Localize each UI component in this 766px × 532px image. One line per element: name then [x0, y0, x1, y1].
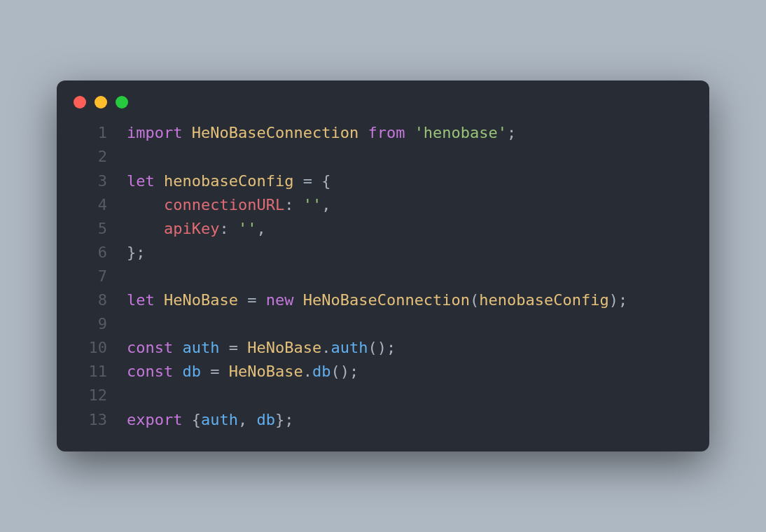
- code-line[interactable]: 3let henobaseConfig = {: [74, 169, 692, 193]
- code-token: let: [127, 172, 164, 190]
- window-titlebar: [57, 80, 709, 121]
- code-token: '': [238, 220, 257, 237]
- line-number: 12: [74, 384, 107, 407]
- code-area[interactable]: 1import HeNoBaseConnection from 'henobas…: [57, 121, 709, 431]
- code-line[interactable]: 13export {auth, db};: [74, 408, 692, 432]
- code-token: from: [368, 124, 414, 141]
- line-content: [127, 384, 136, 407]
- close-icon[interactable]: [74, 96, 86, 108]
- line-number: 1: [74, 121, 107, 145]
- line-content: let henobaseConfig = {: [127, 169, 330, 193]
- line-content: const auth = HeNoBase.auth();: [127, 336, 396, 360]
- code-token: HeNoBase: [247, 339, 321, 356]
- line-number: 10: [74, 336, 107, 360]
- code-token: connectionURL: [164, 196, 284, 214]
- line-content: [127, 265, 136, 288]
- code-token: const: [127, 363, 182, 380]
- code-token: };: [127, 244, 146, 261]
- code-line[interactable]: 7: [74, 265, 692, 288]
- line-number: 5: [74, 217, 107, 241]
- code-line[interactable]: 1import HeNoBaseConnection from 'henobas…: [74, 121, 692, 145]
- code-line[interactable]: 5 apiKey: '',: [74, 217, 692, 241]
- code-token: :: [219, 220, 238, 237]
- code-token: (: [470, 291, 479, 309]
- line-number: 13: [74, 408, 107, 432]
- line-content: connectionURL: '',: [127, 193, 330, 217]
- code-token: 'henobase': [415, 124, 507, 141]
- code-token: db: [256, 411, 275, 428]
- line-number: 11: [74, 360, 107, 384]
- line-number: 8: [74, 288, 107, 312]
- code-token: new: [266, 291, 303, 309]
- code-token: db: [312, 363, 331, 380]
- code-token: = {: [303, 172, 331, 190]
- code-token: ();: [330, 363, 358, 380]
- code-token: ,: [238, 411, 257, 428]
- code-token: ,: [256, 220, 265, 237]
- code-token: '': [303, 196, 322, 214]
- line-number: 7: [74, 265, 107, 288]
- code-line[interactable]: 2: [74, 145, 692, 169]
- line-content: let HeNoBase = new HeNoBaseConnection(he…: [127, 288, 627, 312]
- code-token: ,: [321, 196, 330, 214]
- code-token: export: [127, 411, 192, 428]
- code-token: {: [192, 411, 201, 428]
- code-token: auth: [330, 339, 368, 356]
- code-token: let: [127, 291, 164, 309]
- code-token: henobaseConfig: [164, 172, 303, 190]
- code-token: .: [321, 339, 330, 356]
- code-token: ;: [507, 124, 516, 141]
- code-token: HeNoBase: [229, 363, 303, 380]
- line-content: [127, 312, 136, 336]
- editor-window: 1import HeNoBaseConnection from 'henobas…: [57, 80, 709, 451]
- code-line[interactable]: 9: [74, 312, 692, 336]
- line-content: import HeNoBaseConnection from 'henobase…: [127, 121, 516, 145]
- code-token: );: [609, 291, 628, 309]
- code-token: :: [284, 196, 303, 214]
- line-content: const db = HeNoBase.db();: [127, 360, 358, 384]
- code-line[interactable]: 12: [74, 384, 692, 407]
- code-token: henobaseConfig: [479, 291, 608, 309]
- code-token: HeNoBaseConnection: [192, 124, 368, 141]
- minimize-icon[interactable]: [95, 96, 107, 108]
- line-content: apiKey: '',: [127, 217, 266, 241]
- line-number: 6: [74, 241, 107, 265]
- code-token: =: [229, 339, 248, 356]
- line-content: export {auth, db};: [127, 408, 293, 432]
- line-content: [127, 145, 136, 169]
- line-number: 3: [74, 169, 107, 193]
- code-token: [127, 220, 164, 237]
- code-line[interactable]: 10const auth = HeNoBase.auth();: [74, 336, 692, 360]
- maximize-icon[interactable]: [116, 96, 128, 108]
- code-token: .: [303, 363, 312, 380]
- code-token: };: [275, 411, 294, 428]
- code-token: auth: [201, 411, 238, 428]
- code-token: db: [182, 363, 210, 380]
- code-token: const: [127, 339, 182, 356]
- code-line[interactable]: 11const db = HeNoBase.db();: [74, 360, 692, 384]
- code-token: HeNoBaseConnection: [303, 291, 470, 309]
- code-token: import: [127, 124, 192, 141]
- line-number: 2: [74, 145, 107, 169]
- code-token: [127, 196, 164, 214]
- code-token: ();: [368, 339, 396, 356]
- code-token: =: [247, 291, 266, 309]
- line-content: };: [127, 241, 146, 265]
- line-number: 4: [74, 193, 107, 217]
- code-token: HeNoBase: [164, 291, 247, 309]
- code-token: =: [210, 363, 229, 380]
- code-token: auth: [182, 339, 228, 356]
- code-token: apiKey: [164, 220, 219, 237]
- line-number: 9: [74, 312, 107, 336]
- code-line[interactable]: 4 connectionURL: '',: [74, 193, 692, 217]
- code-line[interactable]: 6};: [74, 241, 692, 265]
- code-line[interactable]: 8let HeNoBase = new HeNoBaseConnection(h…: [74, 288, 692, 312]
